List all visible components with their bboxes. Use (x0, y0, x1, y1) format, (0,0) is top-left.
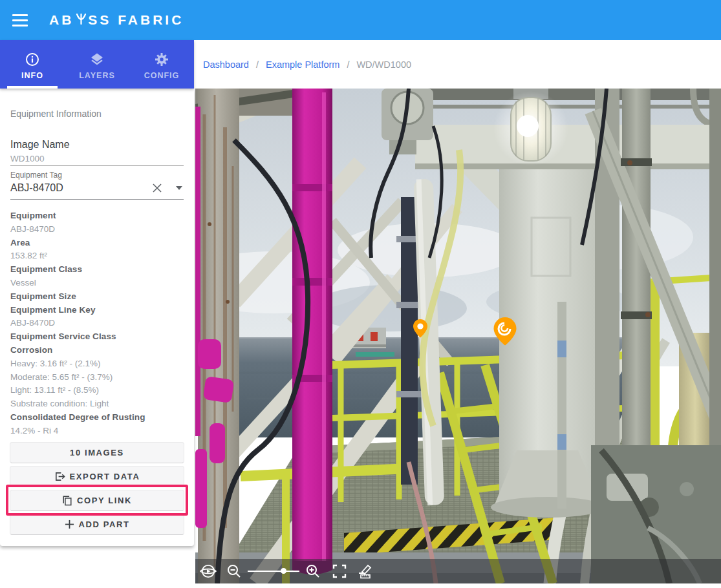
detail-line: Light: 13.11 ft² - (8.5%) (10, 384, 184, 397)
breadcrumb-dashboard-link[interactable]: Dashboard (203, 59, 249, 70)
fullscreen-icon[interactable] (332, 564, 347, 578)
equipment-tag-label: Equipment Tag (10, 171, 62, 180)
measure-icon[interactable] (357, 563, 372, 579)
logo-text-right: SS FABRIC (88, 12, 184, 28)
copy-link-button[interactable]: COPY LINK (10, 490, 184, 511)
logo-trident-glyph (76, 14, 87, 25)
export-icon (54, 471, 65, 482)
equipment-tag-input[interactable]: ABJ-8470D (10, 182, 149, 194)
info-panel: Equipment Information Image Name WD1000 … (0, 89, 194, 546)
app-logo: AB SS FABRIC (49, 12, 184, 28)
images-button[interactable]: 10 IMAGES (10, 442, 184, 463)
detail-line: Consolidated Degree of Rusting (10, 411, 184, 425)
breadcrumb-platform-link[interactable]: Example Platform (266, 59, 339, 70)
detail-line: Equipment Service Class (10, 330, 184, 344)
tab-config[interactable]: CONFIG (129, 40, 194, 89)
hamburger-menu-icon[interactable] (7, 7, 33, 33)
detail-line: 153.82 ft² (10, 249, 184, 263)
detail-line: 14.2% - Ri 4 (10, 425, 184, 438)
tab-info-label: INFO (21, 71, 43, 80)
breadcrumb-current-page: WD/WD1000 (356, 59, 411, 70)
image-name-underline (10, 165, 184, 166)
detail-line: Equipment Size (10, 290, 184, 304)
add-part-button[interactable]: ADD PART (10, 514, 184, 535)
detail-line: ABJ-8470D (10, 317, 184, 330)
breadcrumb-separator: / (256, 59, 259, 70)
panorama-view-icon[interactable] (199, 564, 217, 578)
gear-icon (154, 52, 169, 67)
breadcrumb: Dashboard / Example Platform / WD/WD1000 (194, 40, 721, 89)
equipment-details: Equipment ABJ-8470D Area 153.82 ft² Equi… (10, 209, 184, 438)
zoom-out-icon[interactable] (226, 563, 242, 579)
tab-layers[interactable]: LAYERS (65, 40, 129, 89)
detail-line: Equipment Class (10, 263, 184, 277)
detail-line: Moderate: 5.65 ft² - (3.7%) (10, 371, 184, 384)
info-icon (25, 52, 40, 67)
detail-line: Heavy: 3.16 ft² - (2.1%) (10, 357, 184, 371)
layers-icon (89, 52, 105, 67)
images-button-label: 10 IMAGES (70, 448, 124, 457)
detail-line: Area (10, 236, 184, 250)
breadcrumb-separator: / (347, 59, 349, 70)
equipment-highlight-pipe[interactable] (292, 89, 332, 574)
tab-layers-label: LAYERS (79, 71, 115, 80)
viewer-toolbar (195, 559, 721, 583)
tab-info[interactable]: INFO (0, 40, 65, 89)
dropdown-caret-icon[interactable] (176, 186, 182, 190)
logo-text-left: AB (49, 12, 74, 28)
export-button-label: EXPORT DATA (70, 472, 140, 481)
copy-link-button-label: COPY LINK (77, 496, 132, 505)
zoom-slider-track[interactable] (248, 571, 299, 572)
detail-line: Equipment Line Key (10, 304, 184, 317)
detail-line: Substrate condition: Light (10, 397, 184, 411)
image-name-value: WD1000 (10, 154, 45, 163)
tab-config-label: CONFIG (144, 71, 180, 80)
image-name-label: Image Name (10, 139, 70, 151)
sidebar-tabbar: INFO LAYERS CONFI (0, 40, 194, 89)
zoom-slider-thumb[interactable] (281, 568, 286, 574)
detail-line: Corrosion (10, 344, 184, 357)
copy-icon (62, 495, 72, 506)
clear-icon[interactable] (149, 180, 165, 196)
panorama-viewer[interactable]: E (195, 89, 721, 583)
add-part-button-label: ADD PART (79, 520, 130, 529)
panel-section-title: Equipment Information (10, 109, 102, 119)
detail-line: Vessel (10, 277, 184, 290)
detail-line: ABJ-8470D (10, 223, 184, 236)
app-header: AB SS FABRIC (0, 0, 721, 40)
zoom-slider[interactable] (248, 565, 299, 578)
plus-icon (65, 520, 74, 529)
equipment-tag-underline (10, 199, 184, 200)
zoom-in-icon[interactable] (305, 563, 321, 579)
platform-photo[interactable]: E (195, 89, 721, 583)
detail-line: Equipment (10, 209, 184, 223)
export-data-button[interactable]: EXPORT DATA (10, 466, 184, 487)
